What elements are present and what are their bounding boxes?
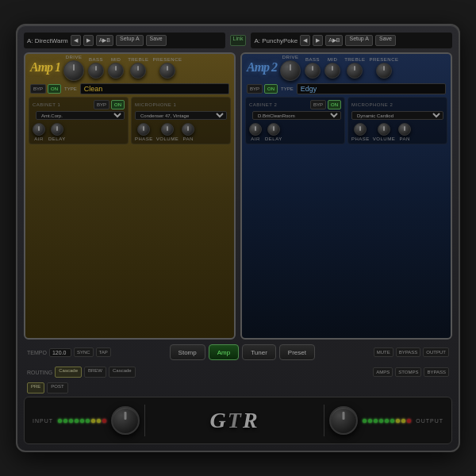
center-buttons: Stomp Amp Tuner Preset	[116, 344, 369, 360]
amp2-pan-group: PAN	[398, 123, 411, 141]
amp1-copy[interactable]: A▶B	[96, 35, 113, 46]
tempo-value[interactable]: 120.0	[49, 348, 71, 357]
amp2-byp-on: BYP ON	[247, 84, 278, 94]
amp1-mid-knob[interactable]	[108, 63, 124, 79]
output-knob[interactable]	[329, 406, 358, 435]
led-3	[69, 419, 73, 423]
amp1-cab-byp[interactable]: BYP	[94, 100, 109, 109]
amp2-drive-knob[interactable]	[280, 60, 301, 81]
cascade-btn[interactable]: Cascade	[55, 367, 82, 378]
amp1-on-btn[interactable]: ON	[48, 84, 61, 94]
amp1-drive-knob[interactable]	[63, 60, 84, 81]
amps-stomps-bypass: AMPS STOMPS BYPASS	[373, 367, 449, 377]
preset-bar: A: DirectWarm ◀ ▶ A▶B Setup A Save Link …	[24, 32, 452, 49]
bypass2-btn[interactable]: BYPASS	[424, 367, 449, 377]
preset-btn[interactable]: Preset	[279, 344, 315, 360]
led-6	[86, 419, 90, 423]
amp2-byp-btn[interactable]: BYP	[247, 84, 263, 94]
stomp-btn[interactable]: Stomp	[170, 344, 205, 360]
amp1-presence-knob[interactable]	[159, 63, 175, 79]
amp1-mic-title: MICROPHONE 1	[135, 102, 176, 107]
amp2-pan-label: PAN	[399, 136, 409, 141]
amp1-treble-knob[interactable]	[130, 63, 146, 79]
sync-btn[interactable]: SYNC	[74, 347, 94, 357]
amp1-nav-prev[interactable]: ◀	[71, 35, 81, 46]
amp-btn[interactable]: Amp	[209, 344, 239, 360]
amp2-mid-group: MID	[324, 57, 340, 79]
stomps-btn[interactable]: STOMPS	[395, 367, 421, 377]
link-button[interactable]: Link	[230, 35, 247, 46]
amp2-save[interactable]: Save	[375, 35, 396, 46]
amp2-air-knob[interactable]	[249, 123, 262, 136]
cascade2-btn[interactable]: Cascade	[109, 367, 136, 378]
amp1-air-knob[interactable]	[33, 123, 45, 136]
amp2-preset-label: A: PunchyPoke	[254, 37, 298, 44]
amp1-phase-knob[interactable]	[137, 123, 150, 136]
tuner-btn[interactable]: Tuner	[242, 344, 276, 360]
amp2-bass-label: BASS	[305, 57, 320, 62]
out-led-3	[374, 419, 378, 423]
amp1-volume-knob[interactable]	[161, 123, 174, 136]
amp2-type-display[interactable]: Edgy	[297, 83, 446, 94]
amp2-pan-knob[interactable]	[398, 123, 411, 136]
amp2-cabinet-select[interactable]: D.BritCleanRoom	[252, 111, 341, 120]
amp2-presence-label: PRESENCE	[369, 57, 398, 62]
amp1-presence-label: PRESENCE	[152, 57, 182, 62]
amp1-byp-row: BYP ON TYPE Clean	[25, 81, 234, 97]
amp2-cab-byp-on: BYP ON	[310, 100, 341, 109]
amp1-setup[interactable]: Setup A	[116, 35, 144, 46]
amp2-phase-knob[interactable]	[354, 123, 367, 136]
amp1-bass-knob[interactable]	[88, 63, 104, 79]
led-9	[102, 419, 106, 423]
amp2-nav-prev[interactable]: ◀	[300, 35, 310, 46]
amp1-cab-on[interactable]: ON	[111, 100, 125, 109]
amp2-cab-on[interactable]: ON	[328, 100, 341, 109]
amp2-unit: Amp 2 DRIVE BASS MID TREBLE	[240, 52, 452, 340]
led-7	[91, 419, 95, 423]
output-label: OUTPUT	[416, 418, 443, 424]
amp2-delay-knob[interactable]	[267, 123, 280, 136]
amp1-byp-btn[interactable]: BYP	[30, 84, 46, 94]
amp2-mic-knobs: PHASE VOLUME PAN	[351, 121, 443, 141]
mute-btn[interactable]: MUTE	[374, 347, 393, 357]
amp2-setup[interactable]: Setup A	[345, 35, 373, 46]
amp2-air-group: AIR	[249, 123, 262, 141]
out-led-9	[407, 419, 411, 423]
amp2-volume-knob[interactable]	[378, 123, 390, 136]
tempo-label: TEMPO	[27, 350, 47, 355]
amp2-mid-knob[interactable]	[324, 63, 340, 79]
post-btn[interactable]: POST	[47, 382, 67, 393]
amp2-cab-byp[interactable]: BYP	[310, 100, 326, 109]
amp1-type-display[interactable]: Clean	[80, 83, 229, 94]
amp2-drive-group: DRIVE	[280, 55, 301, 81]
pre-btn[interactable]: PRE	[27, 382, 44, 393]
amp1-delay-knob[interactable]	[51, 123, 63, 136]
led-4	[75, 419, 79, 423]
amp2-mic-select[interactable]: Dynamic Cardiod	[351, 111, 443, 120]
amp2-copy[interactable]: A▶B	[325, 35, 343, 46]
amp1-pan-knob[interactable]	[182, 123, 194, 136]
brew-btn[interactable]: BREW	[84, 367, 106, 378]
amp2-knobs: DRIVE BASS MID TREBLE	[280, 55, 446, 81]
amp1-nav-next[interactable]: ▶	[83, 35, 94, 46]
amp1-cabinet-select[interactable]: Amt.Corp.	[36, 111, 125, 120]
bypass-btn[interactable]: BYPASS	[396, 347, 421, 357]
amp2-nav-next[interactable]: ▶	[313, 35, 323, 46]
input-knob[interactable]	[111, 406, 140, 435]
amp1-save[interactable]: Save	[146, 35, 167, 46]
amp1-cab-knobs: AIR DELAY	[33, 121, 125, 141]
amp2-on-btn[interactable]: ON	[264, 84, 278, 94]
tap-btn[interactable]: TAP	[96, 347, 111, 357]
amp2-air-label: AIR	[251, 136, 260, 141]
routing-bar: ROUTING Cascade BREW Cascade AMPS STOMPS…	[24, 365, 452, 379]
amp1-mic-select[interactable]: Condenser 47, Vintage	[135, 111, 227, 120]
amps-btn[interactable]: AMPS	[373, 367, 393, 377]
amp2-treble-knob[interactable]	[347, 63, 363, 79]
amp1-mid-group: MID	[108, 57, 124, 79]
amp2-microphone: MICROPHONE 2 Dynamic Cardiod PHASE VOLUM…	[347, 97, 447, 144]
amp2-presence-knob[interactable]	[376, 63, 392, 79]
amp2-bass-knob[interactable]	[305, 63, 321, 79]
output-btn[interactable]: OUTPUT	[423, 347, 449, 357]
amp2-preset-section: A: PunchyPoke ◀ ▶ A▶B Setup A Save	[251, 33, 452, 48]
amp2-byp-row: BYP ON TYPE Edgy	[242, 81, 451, 97]
